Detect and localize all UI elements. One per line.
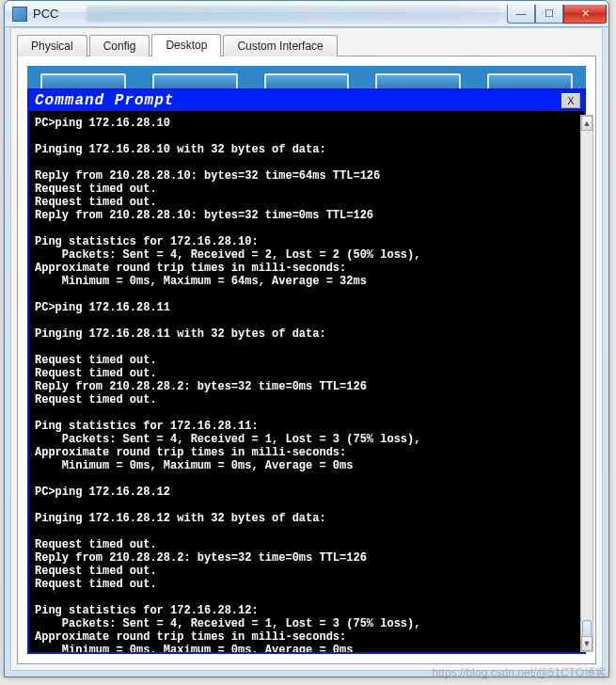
tab-custom-interface[interactable]: Custom Interface [223, 35, 337, 56]
window-title: PCC [33, 7, 58, 21]
scroll-down-button[interactable]: ▼ [581, 636, 592, 651]
titlebar[interactable]: PCC — ☐ ✕ [5, 1, 608, 27]
minimize-button[interactable]: — [507, 5, 535, 24]
tab-physical[interactable]: Physical [17, 35, 87, 56]
tab-desktop[interactable]: Desktop [151, 34, 221, 56]
tabstrip: Physical Config Desktop Custom Interface [17, 34, 596, 56]
scroll-track[interactable] [581, 131, 592, 636]
tab-config[interactable]: Config [89, 35, 150, 56]
command-prompt-title: Command Prompt [35, 92, 174, 109]
app-icon [12, 7, 27, 22]
close-button[interactable]: ✕ [563, 5, 607, 24]
scroll-up-button[interactable]: ▲ [581, 116, 592, 131]
maximize-button[interactable]: ☐ [535, 5, 563, 24]
client-area: Physical Config Desktop Custom Interface… [10, 27, 603, 671]
vertical-scrollbar[interactable]: ▲ ▼ [580, 115, 593, 652]
titlebar-blur [87, 6, 499, 23]
command-prompt-window: Command Prompt X PC>ping 172.16.28.10 Pi… [27, 88, 586, 654]
command-prompt-titlebar[interactable]: Command Prompt X [29, 90, 584, 111]
app-window: PCC — ☐ ✕ Physical Config Desktop Custom… [4, 0, 609, 677]
desktop-background: Command Prompt X PC>ping 172.16.28.10 Pi… [27, 66, 586, 654]
terminal-output[interactable]: PC>ping 172.16.28.10 Pinging 172.16.28.1… [29, 111, 584, 652]
command-prompt-close-button[interactable]: X [561, 93, 580, 108]
terminal-text: PC>ping 172.16.28.10 Pinging 172.16.28.1… [35, 117, 578, 652]
tab-body: Command Prompt X PC>ping 172.16.28.10 Pi… [17, 56, 596, 664]
window-buttons: — ☐ ✕ [507, 5, 607, 24]
